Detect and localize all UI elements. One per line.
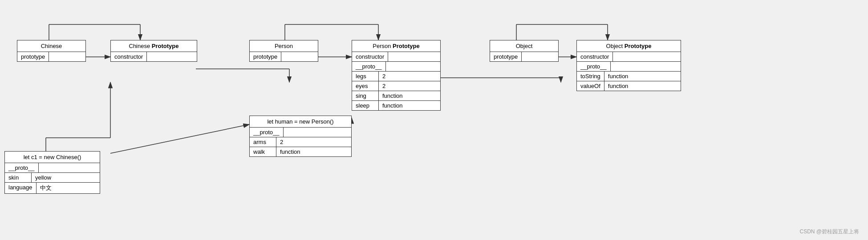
object-row-prototype: prototype: [490, 52, 558, 61]
arrows-svg: [0, 0, 868, 240]
svg-line-18: [110, 124, 249, 153]
op-tostring-cell: toString: [577, 72, 604, 81]
pp-eyes-cell: eyes: [352, 81, 379, 91]
human-walk-val: function: [276, 147, 316, 156]
chinese-prototype-constructor-val: [147, 52, 174, 61]
op-constructor-val: [613, 52, 653, 61]
person-prototype-cell: prototype: [250, 52, 281, 61]
human-proto-val: [284, 128, 324, 137]
object-prototype-box: Object Prototype constructor __proto__ t…: [576, 40, 681, 91]
human-title: let human = new Person(): [267, 118, 333, 125]
c1-language-cell: language: [5, 183, 37, 193]
pp-sing-cell: sing: [352, 91, 379, 100]
object-header: Object: [490, 40, 558, 52]
object-prototype-title-normal: Object: [606, 43, 625, 49]
pp-proto-val: [386, 62, 422, 71]
pp-row-constructor: constructor: [352, 52, 440, 62]
c1-row-proto: __proto__: [5, 163, 100, 173]
op-valueof-val: function: [604, 81, 645, 91]
object-prototype-title-bold: Prototype: [625, 43, 652, 49]
c1-skin-cell: skin: [5, 173, 32, 182]
pp-row-eyes: eyes 2: [352, 81, 440, 91]
op-valueof-cell: valueOf: [577, 81, 604, 91]
chinese-prototype-constructor-cell: constructor: [111, 52, 147, 61]
person-prototype-title-bold: Prototype: [393, 43, 420, 49]
chinese-prototype-row-constructor: constructor: [111, 52, 197, 61]
c1-title: let c1 = new Chinese(): [24, 154, 81, 160]
pp-sing-val: function: [379, 91, 414, 100]
op-row-tostring: toString function: [577, 72, 681, 81]
op-constructor-cell: constructor: [577, 52, 613, 61]
chinese-prototype-val: [49, 52, 71, 61]
person-title: Person: [275, 43, 293, 49]
human-row-walk: walk function: [250, 147, 351, 156]
pp-constructor-cell: constructor: [352, 52, 388, 61]
person-prototype-val: [281, 52, 304, 61]
object-prototype-cell: prototype: [490, 52, 522, 61]
op-row-proto: __proto__: [577, 62, 681, 72]
human-header: let human = new Person(): [250, 116, 351, 128]
person-row-prototype: prototype: [250, 52, 318, 61]
human-arms-cell: arms: [250, 137, 276, 147]
object-prototype-val: [522, 52, 544, 61]
pp-sleep-cell: sleep: [352, 101, 379, 110]
human-row-arms: arms 2: [250, 137, 351, 147]
person-prototype-header: Person Prototype: [352, 40, 440, 52]
pp-proto-cell: __proto__: [352, 62, 386, 71]
c1-proto-val: [39, 163, 74, 172]
object-box: Object prototype: [490, 40, 559, 62]
chinese-row-prototype: prototype: [17, 52, 85, 61]
op-proto-cell: __proto__: [577, 62, 611, 71]
pp-row-sing: sing function: [352, 91, 440, 101]
c1-row-skin: skin yellow: [5, 173, 100, 183]
c1-box: let c1 = new Chinese() __proto__ skin ye…: [4, 151, 100, 194]
diagram: Chinese prototype Chinese Prototype cons…: [0, 0, 868, 240]
chinese-prototype-title-normal: Chinese: [129, 43, 152, 49]
human-row-proto: __proto__: [250, 128, 351, 137]
human-walk-cell: walk: [250, 147, 276, 156]
op-row-valueof: valueOf function: [577, 81, 681, 91]
chinese-prototype-box: Chinese Prototype constructor: [110, 40, 197, 62]
chinese-prototype-cell: prototype: [17, 52, 49, 61]
person-box: Person prototype: [249, 40, 318, 62]
chinese-prototype-title-bold: Prototype: [152, 43, 179, 49]
pp-row-legs: legs 2: [352, 72, 440, 81]
chinese-header: Chinese: [17, 40, 85, 52]
pp-eyes-val: 2: [379, 81, 414, 91]
pp-sleep-val: function: [379, 101, 414, 110]
person-header: Person: [250, 40, 318, 52]
c1-proto-cell: __proto__: [5, 163, 39, 172]
watermark-text: CSDN @碧桂园五星上将: [799, 228, 859, 235]
human-proto-cell: __proto__: [250, 128, 284, 137]
op-tostring-val: function: [604, 72, 645, 81]
pp-constructor-val: [388, 52, 424, 61]
object-title: Object: [516, 43, 533, 49]
pp-row-sleep: sleep function: [352, 101, 440, 110]
pp-legs-cell: legs: [352, 72, 379, 81]
watermark: CSDN @碧桂园五星上将: [799, 228, 859, 236]
pp-legs-val: 2: [379, 72, 414, 81]
c1-language-val: 中文: [37, 183, 72, 193]
human-box: let human = new Person() __proto__ arms …: [249, 116, 352, 157]
chinese-title: Chinese: [41, 43, 62, 49]
op-row-constructor: constructor: [577, 52, 681, 62]
c1-header: let c1 = new Chinese(): [5, 152, 100, 163]
c1-row-language: language 中文: [5, 183, 100, 193]
chinese-box: Chinese prototype: [17, 40, 86, 62]
object-prototype-header: Object Prototype: [577, 40, 681, 52]
pp-row-proto: __proto__: [352, 62, 440, 72]
op-proto-val: [611, 62, 651, 71]
c1-skin-val: yellow: [32, 173, 67, 182]
human-arms-val: 2: [276, 137, 316, 147]
chinese-prototype-header: Chinese Prototype: [111, 40, 197, 52]
person-prototype-title-normal: Person: [373, 43, 393, 49]
person-prototype-box: Person Prototype constructor __proto__ l…: [352, 40, 441, 111]
